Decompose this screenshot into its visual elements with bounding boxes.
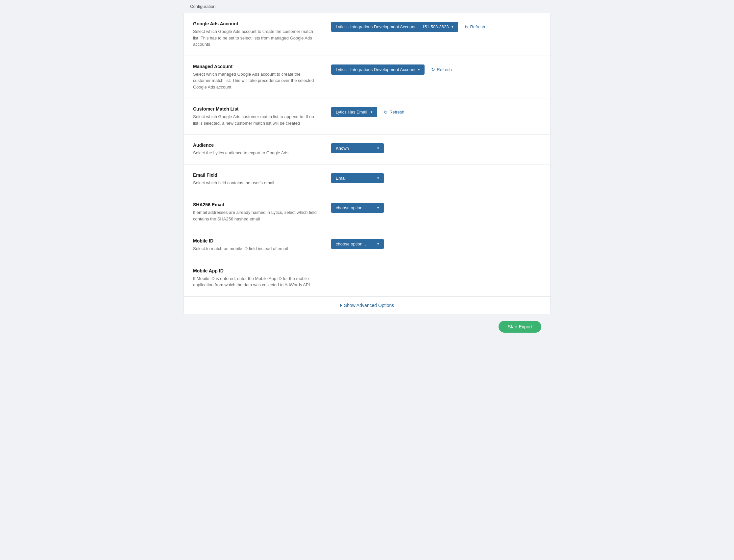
- dropdown-google-ads-account[interactable]: Lytics - Integrations Development Accoun…: [331, 22, 458, 32]
- chevron-down-icon: ▾: [377, 146, 379, 150]
- dropdown-customer-match-list[interactable]: Lytics Has Email ▾: [331, 107, 377, 117]
- refresh-customer-match-list[interactable]: ↻ Refresh: [381, 108, 407, 116]
- dropdown-sha256-email[interactable]: choose option... ▾: [331, 203, 384, 213]
- row-google-ads-account: Google Ads Account Select which Google A…: [184, 13, 550, 56]
- control-customer-match-list: Lytics Has Email ▾ ↻ Refresh: [331, 106, 541, 117]
- title-customer-match-list: Customer Match List: [193, 106, 318, 112]
- show-advanced-label: Show Advanced Options: [344, 303, 394, 308]
- refresh-icon: ↻: [465, 24, 468, 30]
- show-advanced-button[interactable]: Show Advanced Options: [340, 303, 394, 308]
- refresh-google-ads-account[interactable]: ↻ Refresh: [462, 23, 488, 31]
- title-sha256-email: SHA256 Email: [193, 202, 318, 207]
- chevron-down-icon: ▾: [418, 67, 420, 72]
- title-mobile-id: Mobile ID: [193, 238, 318, 243]
- show-advanced-section: Show Advanced Options: [184, 296, 550, 314]
- row-email-field: Email Field Select which field contains …: [184, 165, 550, 194]
- dropdown-label-customer-match-list: Lytics Has Email: [336, 110, 367, 115]
- chevron-down-icon: ▾: [370, 110, 372, 114]
- desc-managed-account: Select which managed Google Ads account …: [193, 71, 318, 90]
- dropdown-managed-account[interactable]: Lytics - Integrations Development Accoun…: [331, 64, 424, 75]
- desc-email-field: Select which field contains the user's e…: [193, 180, 318, 186]
- desc-mobile-app-id: If Mobile ID is entered, enter the Mobil…: [193, 275, 318, 288]
- dropdown-email-field[interactable]: Email ▾: [331, 173, 384, 183]
- refresh-managed-account[interactable]: ↻ Refresh: [428, 65, 454, 73]
- label-managed-account: Managed Account Select which managed Goo…: [193, 64, 331, 90]
- refresh-label-customer-match-list: Refresh: [389, 110, 404, 115]
- page-title: Configuration: [190, 4, 215, 9]
- control-sha256-email: choose option... ▾: [331, 202, 541, 213]
- desc-mobile-id: Select to match on mobile ID field inste…: [193, 245, 318, 252]
- dropdown-label-sha256-email: choose option...: [336, 205, 366, 210]
- title-mobile-app-id: Mobile App ID: [193, 268, 318, 273]
- desc-customer-match-list: Select which Google Ads customer match l…: [193, 114, 318, 126]
- dropdown-label-managed-account: Lytics - Integrations Development Accoun…: [336, 67, 415, 72]
- config-card: Google Ads Account Select which Google A…: [184, 13, 550, 314]
- dropdown-audience[interactable]: Known ▾: [331, 143, 384, 153]
- control-managed-account: Lytics - Integrations Development Accoun…: [331, 64, 541, 75]
- desc-sha256-email: If email addresses are already hashed in…: [193, 209, 318, 222]
- dropdown-label-audience: Known: [336, 146, 349, 151]
- label-email-field: Email Field Select which field contains …: [193, 172, 331, 186]
- dropdown-label-google-ads-account: Lytics - Integrations Development Accoun…: [336, 24, 449, 29]
- config-header: Configuration: [184, 0, 550, 13]
- chevron-down-icon: ▾: [377, 206, 379, 210]
- label-mobile-id: Mobile ID Select to match on mobile ID f…: [193, 238, 331, 252]
- desc-google-ads-account: Select which Google Ads account to creat…: [193, 28, 318, 48]
- row-sha256-email: SHA256 Email If email addresses are alre…: [184, 194, 550, 230]
- chevron-down-icon: ▾: [377, 242, 379, 246]
- row-mobile-app-id: Mobile App ID If Mobile ID is entered, e…: [184, 260, 550, 296]
- control-mobile-id: choose option... ▾: [331, 238, 541, 249]
- control-email-field: Email ▾: [331, 172, 541, 183]
- label-google-ads-account: Google Ads Account Select which Google A…: [193, 21, 331, 48]
- chevron-down-icon: ▾: [451, 25, 453, 29]
- label-audience: Audience Select the Lytics audience to e…: [193, 142, 331, 156]
- control-audience: Known ▾: [331, 142, 541, 153]
- refresh-label-google-ads-account: Refresh: [470, 24, 485, 29]
- row-audience: Audience Select the Lytics audience to e…: [184, 135, 550, 165]
- dropdown-mobile-id[interactable]: choose option... ▾: [331, 239, 384, 249]
- title-audience: Audience: [193, 142, 318, 148]
- footer-section: Start Export: [184, 314, 550, 339]
- chevron-down-icon: ▾: [377, 176, 379, 180]
- title-email-field: Email Field: [193, 172, 318, 178]
- refresh-icon: ↻: [384, 110, 388, 115]
- title-google-ads-account: Google Ads Account: [193, 21, 318, 26]
- label-mobile-app-id: Mobile App ID If Mobile ID is entered, e…: [193, 268, 331, 288]
- refresh-icon: ↻: [431, 67, 435, 72]
- page-container: Configuration Google Ads Account Select …: [184, 0, 550, 339]
- start-export-label: Start Export: [508, 324, 532, 329]
- dropdown-label-email-field: Email: [336, 176, 347, 181]
- label-customer-match-list: Customer Match List Select which Google …: [193, 106, 331, 126]
- desc-audience: Select the Lytics audience to export to …: [193, 150, 318, 156]
- title-managed-account: Managed Account: [193, 64, 318, 69]
- refresh-label-managed-account: Refresh: [437, 67, 452, 72]
- row-managed-account: Managed Account Select which managed Goo…: [184, 56, 550, 99]
- control-mobile-app-id: [331, 268, 541, 269]
- dropdown-label-mobile-id: choose option...: [336, 242, 366, 246]
- chevron-right-icon: [340, 304, 342, 307]
- label-sha256-email: SHA256 Email If email addresses are alre…: [193, 202, 331, 222]
- start-export-button[interactable]: Start Export: [498, 321, 541, 333]
- row-customer-match-list: Customer Match List Select which Google …: [184, 98, 550, 135]
- control-google-ads-account: Lytics - Integrations Development Accoun…: [331, 21, 541, 32]
- row-mobile-id: Mobile ID Select to match on mobile ID f…: [184, 230, 550, 260]
